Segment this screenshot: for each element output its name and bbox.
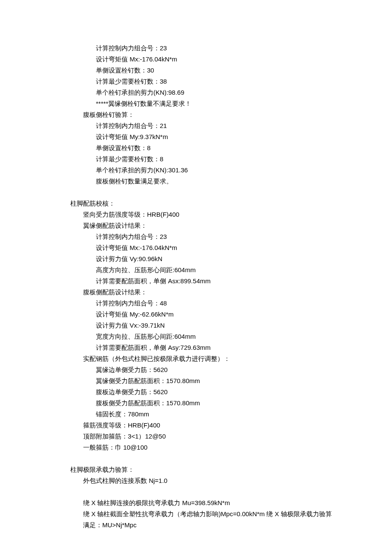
text-line: 计算需要配筋面积，单侧 Asx:899.54mm (0, 276, 392, 287)
text-line: 高度方向拉、压筋形心间距:604mm (0, 264, 392, 276)
text-line: 外包式柱脚的连接系数 Nj=1.0 (0, 475, 392, 486)
text-line: 设计剪力值 Vx:-39.71kN (0, 320, 392, 331)
text-line: 一般箍筋：巾 10@100 (0, 442, 392, 453)
text-line: 设计弯矩值 Mx:-176.04kN*m (0, 54, 392, 65)
text-line: 翼缘边单侧受力筋：5620 (0, 364, 392, 375)
text-line: 宽度方向拉、压筋形心间距:604mm (0, 331, 392, 342)
text-line: *****翼缘侧栓钉数量不满足要求！ (0, 98, 392, 109)
text-line: 计算最少需要栓钉数：8 (0, 154, 392, 165)
text-line: 计算控制内力组合号：48 (0, 298, 392, 309)
section-heading: 柱脚极限承载力验算： (0, 464, 392, 475)
text-line: 设计剪力值 Vy:90.96kN (0, 253, 392, 264)
section-heading: 柱脚配筋校核： (0, 198, 392, 209)
text-line: 腹板侧栓钉验算： (0, 109, 392, 120)
blank-line (0, 453, 392, 464)
text-line: 绕 X 轴柱脚连接的极限抗弯承载力 Mu=398.59kN*m (0, 497, 392, 509)
text-line: 满足：MU>Nj*Mpc (0, 520, 392, 531)
text-line: 单侧设置栓钉数：8 (0, 142, 392, 154)
text-line: 计算需要配筋面积，单侧 Asy:729.63mm (0, 342, 392, 353)
text-line: 腹板侧受力筋配筋面积：1570.80mm (0, 398, 392, 409)
text-line: 单个栓钉承担的剪力(KN):98.69 (0, 87, 392, 98)
text-line: 腹板边单侧受力筋：5620 (0, 386, 392, 398)
text-line: 顶部附加箍筋：3<1）12@50 (0, 431, 392, 442)
text-line: 计算控制内力组合号：23 (0, 43, 392, 54)
document-page: 计算控制内力组合号：23 设计弯矩值 Mx:-176.04kN*m 单侧设置栓钉… (0, 43, 392, 531)
text-line: 绕 X 轴柱截面全塑性抗弯承载力（考虑轴力影响)Mpc=0.00kN*m 绕 X… (0, 509, 392, 520)
text-line: 计算控制内力组合号：23 (0, 231, 392, 242)
text-line: 计算最少需要栓钉数：38 (0, 76, 392, 87)
text-line: 实配钢筋（外包式柱脚已按极限承载力进行调整）： (0, 353, 392, 364)
text-line: 设计弯矩值 My:-62.66kN*m (0, 309, 392, 320)
blank-line (0, 187, 392, 198)
text-line: 腹板侧配筋设计结果： (0, 287, 392, 298)
text-line: 计算控制内力组合号：21 (0, 120, 392, 131)
blank-line (0, 486, 392, 497)
text-line: 单侧设置栓钉数：30 (0, 65, 392, 76)
text-line: 锚固长度：780mm (0, 409, 392, 420)
text-line: 竖向受力筋强度等级：HRB(F)400 (0, 209, 392, 220)
text-line: 翼缘侧配筋设计结果： (0, 220, 392, 231)
text-line: 设计弯矩值 Mx:-176.04kN*m (0, 242, 392, 253)
text-line: 箍筋强度等级：HRB(F)400 (0, 420, 392, 431)
text-line: 单个栓钉承担的剪力(KN):301.36 (0, 165, 392, 176)
text-line: 翼缘侧受力筋配筋面积：1570.80mm (0, 375, 392, 386)
text-line: 设计弯矩值 My:9.37kN*m (0, 131, 392, 142)
text-line: 腹板侧栓钉数量满足要求。 (0, 176, 392, 187)
